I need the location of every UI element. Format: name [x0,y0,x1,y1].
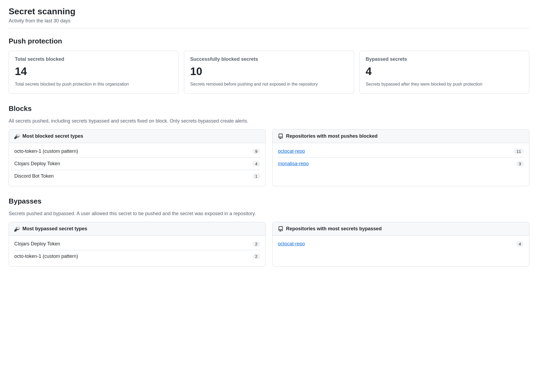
list-label: Clojars Deploy Token [14,241,60,247]
panel-body: octocat-repo 4 [273,236,529,254]
count-badge: 2 [253,254,260,259]
stat-label: Total secrets blocked [15,56,172,62]
repo-link-monalisa[interactable]: monalisa-repo [278,161,309,167]
stat-desc: Secrets removed before pushing and not e… [190,81,348,87]
repo-icon [278,226,283,232]
count-badge: 4 [516,241,524,247]
list-item: Discord Bot Token 1 [14,170,260,182]
list-item: octo-token-1 (custom pattern) 2 [14,250,260,262]
panel-most-blocked-types: Most blocked secret types octo-token-1 (… [9,129,266,186]
repo-icon [278,134,283,139]
panel-repos-most-bypassed: Repositories with most secrets bypassed … [272,222,529,266]
key-icon [14,134,20,139]
panel-body: octo-token-1 (custom pattern) 9 Clojars … [9,143,265,186]
panel-header: Repositories with most pushes blocked [273,130,529,143]
count-badge: 1 [253,173,260,179]
panel-title: Most blocked secret types [22,133,83,139]
stat-card-bypassed: Bypassed secrets 4 Secrets bypassed afte… [359,51,529,94]
panel-body: Clojars Deploy Token 2 octo-token-1 (cus… [9,236,265,266]
list-item: monalisa-repo 3 [278,158,524,170]
panel-title: Repositories with most pushes blocked [286,133,378,139]
stat-label: Bypassed secrets [366,56,523,62]
panel-title: Repositories with most secrets bypassed [286,226,382,232]
panel-repos-most-blocked: Repositories with most pushes blocked oc… [272,129,529,186]
list-item: octocat-repo 4 [278,238,524,250]
count-badge: 11 [514,148,524,154]
panel-most-bypassed-types: Most bypassed secret types Clojars Deplo… [9,222,266,266]
page-header: Secret scanning Activity from the last 3… [9,6,529,28]
list-label: Discord Bot Token [14,173,54,179]
section-push-protection-title: Push protection [9,37,529,45]
list-item: octo-token-1 (custom pattern) 9 [14,145,260,158]
count-badge: 9 [253,148,260,154]
stat-card-successfully-blocked: Successfully blocked secrets 10 Secrets … [184,51,354,94]
list-item: octocat-repo 11 [278,145,524,158]
list-label: Clojars Deploy Token [14,161,60,167]
stat-value: 14 [15,65,172,77]
stats-row: Total secrets blocked 14 Total secrets b… [9,51,529,94]
stat-desc: Total secrets blocked by push protection… [15,81,172,87]
stat-desc: Secrets bypassed after they were blocked… [366,81,523,87]
section-blocks-title: Blocks [9,104,529,113]
repo-link-octocat[interactable]: octocat-repo [278,148,305,154]
count-badge: 3 [516,161,524,167]
panel-header: Most blocked secret types [9,130,265,143]
stat-value: 4 [366,65,523,77]
stat-value: 10 [190,65,348,77]
panel-header: Most bypassed secret types [9,222,265,236]
panel-title: Most bypassed secret types [22,226,87,232]
section-blocks-desc: All secrets pushed, including secrets by… [9,118,529,124]
page-subtitle: Activity from the last 30 days [9,18,529,24]
section-bypasses-title: Bypasses [9,197,529,205]
count-badge: 2 [253,241,260,247]
section-bypasses-desc: Secrets pushed and bypassed. A user allo… [9,211,529,217]
stat-card-total-blocked: Total secrets blocked 14 Total secrets b… [9,51,179,94]
list-item: Clojars Deploy Token 2 [14,238,260,250]
panel-body: octocat-repo 11 monalisa-repo 3 [273,143,529,174]
page-title: Secret scanning [9,6,529,16]
key-icon [14,226,20,232]
count-badge: 4 [253,161,260,167]
list-label: octo-token-1 (custom pattern) [14,148,78,154]
repo-link-octocat[interactable]: octocat-repo [278,241,305,247]
stat-label: Successfully blocked secrets [190,56,348,62]
blocks-panels: Most blocked secret types octo-token-1 (… [9,129,529,186]
bypasses-panels: Most bypassed secret types Clojars Deplo… [9,222,529,266]
panel-header: Repositories with most secrets bypassed [273,222,529,236]
list-label: octo-token-1 (custom pattern) [14,254,78,259]
list-item: Clojars Deploy Token 4 [14,158,260,170]
